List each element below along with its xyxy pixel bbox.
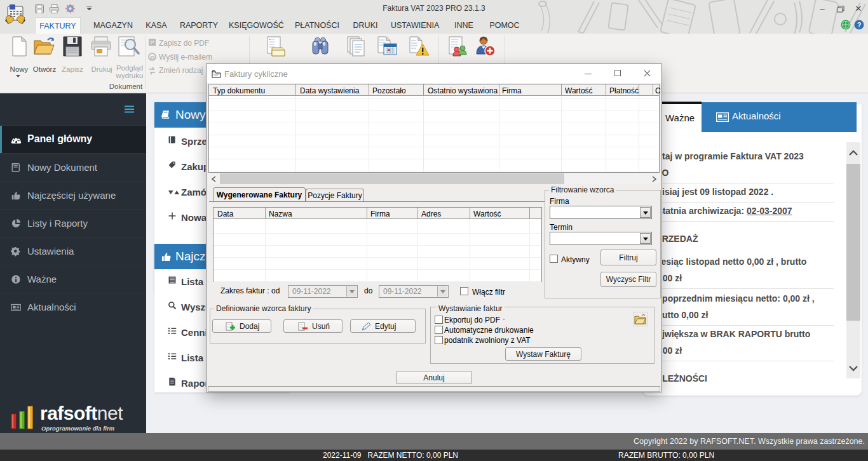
svg-text:?: ? xyxy=(857,21,862,29)
svg-text:@: @ xyxy=(149,55,154,60)
svg-text:P: P xyxy=(150,39,154,46)
